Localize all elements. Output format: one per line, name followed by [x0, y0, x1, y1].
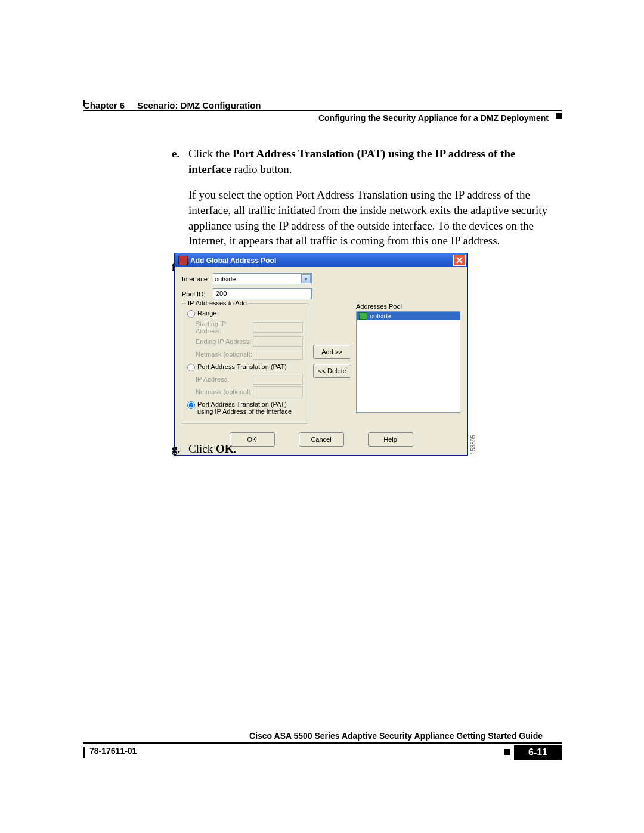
poolid-label: Pool ID:: [182, 290, 213, 298]
pool-item-label: outside: [370, 312, 391, 320]
step-e-paragraph: If you select the option Port Address Tr…: [188, 187, 561, 249]
chapter-title: Scenario: DMZ Configuration: [137, 100, 261, 110]
footer-guide-title: Cisco ASA 5500 Series Adaptive Security …: [249, 731, 543, 741]
interface-label: Interface:: [182, 275, 213, 283]
page-number: 6-11: [514, 745, 562, 760]
step-text: Click the Port Address Translation (PAT)…: [188, 147, 515, 175]
addresses-pool-label: Addresses Pool: [356, 303, 460, 310]
chapter-label: Chapter 6: [83, 100, 125, 110]
addresses-pool-list[interactable]: outside: [356, 311, 460, 413]
running-header: Chapter 6 Scenario: DMZ Configuration: [83, 100, 562, 110]
end-ip-label: Ending IP Address:: [196, 338, 253, 345]
pool-item[interactable]: outside: [357, 312, 460, 320]
section-title: Configuring the Security Appliance for a…: [318, 113, 549, 123]
step-text: Click OK.: [188, 442, 236, 455]
start-ip-input[interactable]: [253, 322, 303, 333]
pat-netmask-label: Netmask (optional):: [196, 388, 253, 395]
range-radio[interactable]: [187, 310, 195, 318]
pat-ip-label: IP Address:: [196, 376, 253, 383]
interface-icon: [359, 312, 367, 320]
interface-value: outside: [215, 275, 236, 283]
pat-netmask-input[interactable]: [253, 386, 303, 397]
pat-radio[interactable]: [187, 364, 195, 371]
titlebar: Add Global Address Pool: [175, 253, 467, 267]
range-label: Range: [197, 309, 216, 317]
fieldset-legend: IP Addresses to Add: [186, 299, 249, 306]
app-icon: [178, 256, 188, 265]
step-g: g. Click OK.: [172, 441, 561, 457]
pat-interface-label: Port Address Translation (PAT) using IP …: [197, 401, 303, 415]
close-button[interactable]: [453, 255, 466, 266]
range-radio-row[interactable]: Range: [187, 309, 303, 318]
pat-label: Port Address Translation (PAT): [197, 363, 287, 370]
poolid-input[interactable]: 200: [213, 288, 312, 299]
delete-button[interactable]: << Delete: [313, 364, 351, 378]
step-marker: e.: [172, 146, 179, 162]
netmask-label: Netmask (optional):: [196, 351, 253, 358]
add-button[interactable]: Add >>: [313, 345, 351, 359]
footer-part-number: 78-17611-01: [89, 746, 137, 755]
step-marker: g.: [172, 441, 180, 457]
step-e: e. Click the Port Address Translation (P…: [172, 146, 561, 176]
dialog-window: Add Global Address Pool Interface: outsi…: [174, 253, 468, 456]
pat-radio-row[interactable]: Port Address Translation (PAT): [187, 363, 303, 371]
dialog-figure: Add Global Address Pool Interface: outsi…: [174, 253, 468, 456]
chevron-down-icon: ▾: [301, 274, 311, 283]
pat-interface-radio[interactable]: [187, 401, 195, 409]
pat-ip-input[interactable]: [253, 374, 303, 385]
start-ip-label: Starting IP Address:: [196, 320, 253, 335]
interface-select[interactable]: outside ▾: [213, 273, 312, 284]
footer-tick: [83, 747, 85, 758]
footer-rule: [83, 742, 562, 744]
ip-addresses-fieldset: IP Addresses to Add Range Starting IP Ad…: [182, 303, 308, 424]
header-square-icon: [556, 113, 562, 119]
header-rule: [83, 110, 562, 111]
footer-square-icon: [504, 749, 510, 755]
pat-interface-radio-row[interactable]: Port Address Translation (PAT) using IP …: [187, 401, 303, 415]
close-icon: [456, 257, 463, 264]
netmask-input[interactable]: [253, 349, 303, 360]
end-ip-input[interactable]: [253, 336, 303, 347]
dialog-title: Add Global Address Pool: [190, 256, 453, 265]
transfer-buttons: Add >> << Delete: [313, 345, 351, 378]
